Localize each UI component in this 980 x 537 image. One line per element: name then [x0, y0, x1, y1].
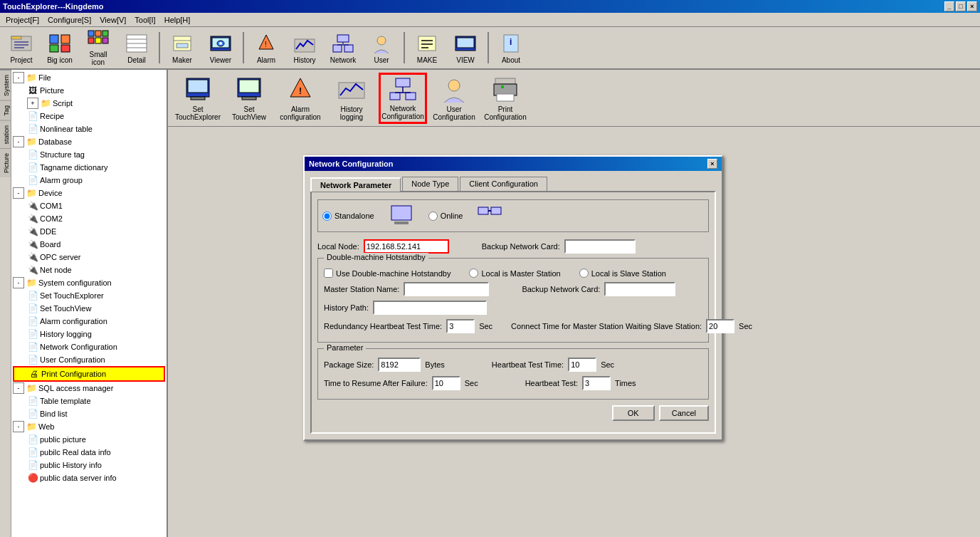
tree-item-set-touch[interactable]: 📄 Set TouchExplorer [13, 289, 165, 302]
tree-expand-database[interactable]: - [13, 136, 24, 147]
tree-item-sql[interactable]: - 📁 SQL access manager [13, 382, 165, 395]
tree-item-public-picture[interactable]: 📄 public picture [13, 433, 165, 446]
menu-tool[interactable]: Tool[I] [130, 14, 159, 26]
svg-rect-67 [491, 207, 501, 214]
toolbar-smallicon[interactable]: Small icon [80, 28, 117, 67]
sidebar-tab-system[interactable]: System [0, 70, 11, 100]
use-double-label[interactable]: Use Double-machine Hotstandby [324, 268, 451, 278]
tab-network-parameter[interactable]: Network Parameter [310, 177, 401, 192]
local-node-input[interactable] [364, 239, 449, 254]
tree-item-history-logging[interactable]: 📄 History logging [13, 328, 165, 340]
menu-help[interactable]: Help[H] [160, 14, 195, 26]
toolbar-viewer[interactable]: Viewer [202, 28, 239, 67]
backup-card2-input[interactable] [604, 282, 675, 296]
tree-label-sql: SQL access manager [38, 384, 113, 392]
tree-item-user-config[interactable]: 📄 User Configuration [13, 353, 165, 366]
heartbeat2-input[interactable] [582, 376, 611, 390]
history-path-input[interactable] [373, 301, 487, 315]
menu-view[interactable]: View[V] [95, 14, 130, 26]
toolbar-user[interactable]: User [363, 28, 400, 67]
heartbeat-input[interactable] [568, 358, 596, 372]
device-com2-icon: 🔌 [27, 213, 38, 224]
tab-client-config[interactable]: Client Configuration [460, 177, 547, 191]
radio-online-label[interactable]: Online [428, 212, 463, 221]
toolbar-bigicon[interactable]: Big icon [41, 28, 78, 67]
tree-item-public-history[interactable]: 📄 public History info [13, 459, 165, 471]
master-station-name-input[interactable] [404, 282, 489, 296]
connect-time-input[interactable] [706, 319, 734, 333]
resume-input[interactable] [432, 376, 460, 390]
tree-item-sysconfig[interactable]: - 📁 System configuration [13, 276, 165, 289]
cancel-button[interactable]: Cancel [659, 405, 709, 421]
folder-device-icon: 📁 [26, 187, 37, 199]
tree-item-opc[interactable]: 🔌 OPC server [13, 251, 165, 264]
tree-item-dde[interactable]: 🔌 DDE [13, 225, 165, 238]
tree-item-com2[interactable]: 🔌 COM2 [13, 212, 165, 225]
maker-icon [171, 32, 194, 55]
tree-expand-web[interactable]: - [13, 421, 24, 432]
radio-master[interactable] [469, 268, 478, 278]
folder-sysconfig-icon: 📁 [26, 277, 37, 288]
redundancy-input[interactable] [446, 319, 475, 333]
minimize-button[interactable]: _ [944, 1, 954, 11]
toolbar-network[interactable]: Network [325, 28, 362, 67]
toolbar-history[interactable]: History [286, 28, 323, 67]
radio-online[interactable] [428, 212, 438, 221]
backup-card-input[interactable] [564, 239, 636, 254]
toolbar-make[interactable]: MAKE [409, 28, 446, 67]
tab-node-type[interactable]: Node Type [402, 177, 458, 191]
tree-item-recipe[interactable]: 📄 Recipe [13, 110, 165, 122]
tree-item-picture[interactable]: 🖼 Picture [13, 84, 165, 97]
sidebar-tab-tag[interactable]: Tag [0, 100, 11, 120]
radio-standalone[interactable] [322, 212, 332, 221]
toolbar-view[interactable]: VIEW [447, 28, 484, 67]
tree-item-set-touchview[interactable]: 📄 Set TouchView [13, 302, 165, 315]
tree-item-web[interactable]: - 📁 Web [13, 420, 165, 433]
tree-expand-script[interactable]: + [27, 98, 38, 109]
tree-item-nonlinear[interactable]: 📄 Nonlinear table [13, 122, 165, 135]
ok-button[interactable]: OK [612, 405, 655, 421]
tree-item-alarm-group[interactable]: 📄 Alarm group [13, 174, 165, 187]
toolbar-project[interactable]: Project [3, 28, 40, 67]
tree-item-public-realdata[interactable]: 📄 pubilc Real data info [13, 446, 165, 459]
tree-item-structure-tag[interactable]: 📄 Structure tag [13, 148, 165, 161]
tree-item-database[interactable]: - 📁 Database [13, 135, 165, 148]
viewer-icon [209, 32, 232, 55]
tree-item-public-dataserver[interactable]: 🔴 public data server info [13, 471, 165, 484]
tree-item-network-config[interactable]: 📄 Network Configuration [13, 340, 165, 353]
tree-expand-sysconfig[interactable]: - [13, 277, 24, 288]
dialog-close-button[interactable]: × [707, 159, 717, 169]
sidebar-tab-picture[interactable]: Picture [0, 148, 11, 177]
tree-item-script[interactable]: + 📁 Script [13, 97, 165, 110]
toolbar-maker[interactable]: Maker [164, 28, 201, 67]
menu-project[interactable]: Project[F] [1, 14, 43, 26]
sidebar-tab-station[interactable]: station [0, 120, 11, 149]
radio-standalone-label[interactable]: standalone [322, 212, 374, 221]
toolbar-detail[interactable]: Detail [118, 28, 155, 67]
tree-item-bind-list[interactable]: 📄 Bind list [13, 407, 165, 420]
tree-item-board[interactable]: 🔌 Board [13, 238, 165, 251]
tree-item-file[interactable]: - 📁 File [13, 71, 165, 84]
file-settouchview-icon: 📄 [27, 303, 38, 314]
toolbar-alarm[interactable]: ! Alarm [248, 28, 285, 67]
close-button[interactable]: × [967, 1, 977, 11]
dialog-body: Network Parameter Node Type Client Confi… [305, 171, 722, 439]
toolbar-about[interactable]: i About [492, 28, 529, 67]
master-station-label[interactable]: Local is Master Station [469, 268, 560, 278]
tree-expand-device[interactable]: - [13, 187, 24, 199]
tree-item-tagname[interactable]: 📄 Tagname dictionary [13, 161, 165, 174]
use-double-checkbox[interactable] [324, 268, 333, 278]
tree-item-netnode[interactable]: 🔌 Net node [13, 264, 165, 276]
tree-item-alarm-config[interactable]: 📄 Alarm configuration [13, 315, 165, 328]
radio-slave[interactable] [579, 268, 589, 278]
tree-expand-file[interactable]: - [13, 72, 24, 83]
tree-item-com1[interactable]: 🔌 COM1 [13, 199, 165, 212]
tree-expand-sql[interactable]: - [13, 382, 24, 394]
slave-station-label[interactable]: Local is Slave Station [579, 268, 666, 278]
tree-item-device[interactable]: - 📁 Device [13, 187, 165, 199]
maximize-button[interactable]: □ [956, 1, 966, 11]
menu-configure[interactable]: Configure[S] [43, 14, 95, 26]
tree-item-table-template[interactable]: 📄 Table template [13, 395, 165, 407]
package-size-input[interactable] [378, 358, 421, 372]
tree-item-print-config[interactable]: 🖨 Print Configuration [13, 366, 165, 382]
